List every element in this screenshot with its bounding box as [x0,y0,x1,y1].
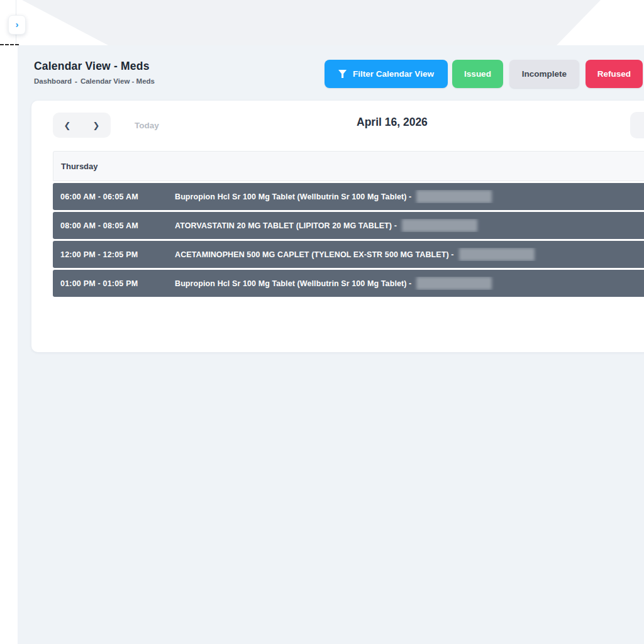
incomplete-legend-button[interactable]: Incomplete [509,60,579,88]
event-medication-text: ACETAMINOPHEN 500 MG CAPLET (TYLENOL EX-… [175,250,454,259]
rail-dashed-divider [0,44,19,45]
breadcrumb-dashboard[interactable]: Dashboard [34,77,72,85]
top-trapezoid-shape [0,0,644,45]
issued-legend-button[interactable]: Issued [452,60,503,88]
filter-icon [338,70,347,78]
event-medication-text: ATORVASTATIN 20 MG TABLET (LIPITOR 20 MG… [175,221,397,230]
day-header: Thursday [53,151,644,181]
event-medication: ACETAMINOPHEN 500 MG CAPLET (TYLENOL EX-… [175,248,644,261]
event-time: 08:00 AM - 08:05 AM [60,221,175,230]
next-day-button[interactable]: ❯ [88,119,105,132]
filter-button-label: Filter Calendar View [353,69,434,79]
top-decorative-band [0,0,644,45]
redacted-patient-name [402,219,477,232]
issued-label: Issued [464,69,491,79]
event-medication: Bupropion Hcl Sr 100 Mg Tablet (Wellbutr… [175,190,644,203]
breadcrumb-current: Calendar View - Meds [80,77,155,85]
calendar-card: ❮ ❯ Today April 16, 2026 Thursday 06:00 … [31,101,644,352]
chevron-right-icon: › [16,19,19,29]
breadcrumb-separator: - [75,77,77,85]
event-time: 06:00 AM - 06:05 AM [60,192,175,201]
day-header-label: Thursday [61,162,98,171]
calendar-nav-group: ❮ ❯ [53,113,111,138]
page-header: Calendar View - Meds Dashboard-Calendar … [18,45,644,101]
main-content: Calendar View - Meds Dashboard-Calendar … [18,45,644,644]
chevron-right-icon: ❯ [93,121,100,130]
redacted-patient-name [416,277,492,290]
chevron-left-icon: ❮ [64,121,71,130]
event-medication: Bupropion Hcl Sr 100 Mg Tablet (Wellbutr… [175,277,644,290]
redacted-patient-name [459,248,535,261]
page-title: Calendar View - Meds [34,60,150,73]
events-list: 06:00 AM - 06:05 AM Bupropion Hcl Sr 100… [53,183,644,297]
refused-label: Refused [597,69,631,79]
collapsed-sidebar-rail [0,0,18,644]
today-button[interactable]: Today [126,115,168,135]
event-medication: ATORVASTATIN 20 MG TABLET (LIPITOR 20 MG… [175,219,644,232]
event-medication-text: Bupropion Hcl Sr 100 Mg Tablet (Wellbutr… [175,192,411,201]
sidebar-expand-button[interactable]: › [8,15,26,35]
refused-legend-button[interactable]: Refused [586,60,643,88]
day-grid: Thursday 06:00 AM - 06:05 AM Bupropion H… [53,151,644,299]
filter-calendar-view-button[interactable]: Filter Calendar View [325,60,448,88]
view-switcher-cutoff[interactable] [630,112,644,138]
calendar-event-row[interactable]: 01:00 PM - 01:05 PM Bupropion Hcl Sr 100… [53,270,644,297]
redacted-patient-name [416,190,492,203]
app-window: › Calendar View - Meds Dashboard-Calenda… [0,0,644,644]
event-time: 12:00 PM - 12:05 PM [60,250,175,259]
calendar-event-row[interactable]: 12:00 PM - 12:05 PM ACETAMINOPHEN 500 MG… [53,241,644,268]
breadcrumb: Dashboard-Calendar View - Meds [34,77,155,85]
calendar-date-title: April 16, 2026 [357,116,428,129]
calendar-event-row[interactable]: 06:00 AM - 06:05 AM Bupropion Hcl Sr 100… [53,183,644,210]
previous-day-button[interactable]: ❮ [59,119,76,132]
event-time: 01:00 PM - 01:05 PM [60,279,175,288]
incomplete-label: Incomplete [522,69,567,79]
calendar-event-row[interactable]: 08:00 AM - 08:05 AM ATORVASTATIN 20 MG T… [53,212,644,239]
event-medication-text: Bupropion Hcl Sr 100 Mg Tablet (Wellbutr… [175,279,411,288]
